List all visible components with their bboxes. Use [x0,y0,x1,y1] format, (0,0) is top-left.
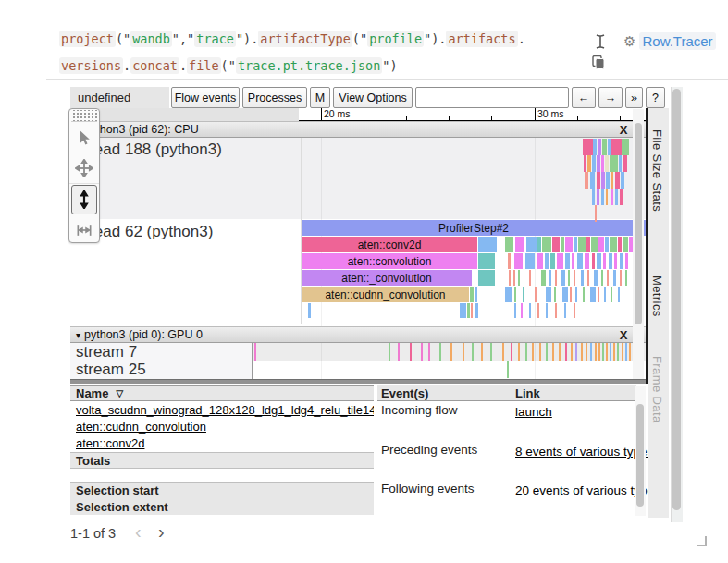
resize-grip[interactable] [697,536,707,546]
trace-event-slice[interactable] [509,270,511,286]
gpu-kernel-slice[interactable] [571,343,573,361]
trace-event-slice[interactable] [575,287,577,302]
trace-event-slice[interactable] [620,253,623,269]
trace-event-slice[interactable] [521,303,523,318]
trace-event-slice[interactable] [622,139,629,155]
trace-event-slice[interactable] [591,237,598,252]
text-cursor-icon[interactable] [594,33,607,54]
trace-event-slice[interactable] [545,253,549,269]
gpu-kernel-slice[interactable] [439,343,441,361]
trace-event-slice[interactable] [460,303,466,318]
trace-event-slice[interactable] [546,303,548,318]
trace-event-slice[interactable] [625,270,627,286]
query-expression-line-2[interactable]: versions.concat.file("trace.pt.trace.jso… [59,57,398,78]
trace-event-slice[interactable] [578,237,586,252]
trace-event-slice[interactable] [592,189,595,205]
gpu-kernel-slice[interactable] [629,343,631,361]
gpu-kernel-slice[interactable] [613,343,615,361]
more-button[interactable]: » [625,87,643,108]
timeline-scrollbar-thumb[interactable] [635,123,642,324]
name-column-header[interactable]: Name ▽ [70,385,374,401]
trace-event-slice[interactable] [308,303,311,318]
find-next-button[interactable]: → [598,87,623,108]
event-flow-link-text[interactable]: launch [515,405,552,419]
gpu-kernel-slice[interactable] [525,343,527,361]
find-previous-button[interactable]: ← [572,87,596,108]
flow-events-button[interactable]: Flow events [171,87,240,108]
trace-event-slice[interactable] [523,287,524,302]
pagination-prev-button[interactable]: ‹ [135,521,142,543]
trace-event-slice[interactable] [471,303,473,318]
trace-event-slice[interactable] [505,237,513,252]
trace-event-slice[interactable] [554,287,556,302]
trace-event-slice[interactable] [581,270,584,286]
trace-event-slice[interactable] [478,270,495,286]
trace-event-slice[interactable] [562,287,568,302]
trace-event-slice[interactable] [537,303,539,318]
trace-event-slice[interactable] [621,172,624,189]
stream-7-track[interactable] [253,343,646,361]
gpu-kernel-slice[interactable] [389,343,390,361]
gear-icon[interactable]: ⚙ [623,33,635,50]
trace-event-slice[interactable] [608,139,611,155]
event-name-link[interactable]: aten::conv2d [76,436,144,450]
gpu-kernel-slice[interactable] [450,343,452,361]
gpu-kernel-slice[interactable] [586,343,587,361]
gpu-kernel-slice[interactable] [502,343,504,361]
collapse-icon[interactable]: ▾ [76,330,80,340]
event-flow-link-text[interactable]: 8 events of various types [515,445,653,459]
event-name-link[interactable]: aten::cudnn_convolution [76,420,206,434]
find-input[interactable] [415,87,569,108]
trace-event-slice[interactable] [561,270,565,286]
trace-event-slice[interactable] [603,253,606,269]
trace-event-slice[interactable] [505,287,512,302]
gpu-kernel-slice[interactable] [590,343,592,361]
trace-event-slice[interactable] [623,237,628,252]
pan-tool-button[interactable] [69,153,99,184]
trace-event-slice[interactable] [514,303,516,318]
trace-event-slice[interactable] [475,287,477,302]
event-flow-link[interactable]: launch [515,403,552,420]
pagination-next-button[interactable]: › [158,521,165,543]
event-name-link[interactable]: volta_scudnn_winograd_128x128_ldg1_ldg4_… [76,403,374,417]
side-tab-file-size-stats[interactable]: File Size Stats [650,129,664,212]
gpu-kernel-slice[interactable] [595,343,597,361]
trace-event-slice[interactable] [526,237,537,252]
trace-event-slice[interactable] [515,237,524,252]
outer-scrollbar-thumb[interactable] [672,89,681,510]
trace-event-slice[interactable] [593,139,597,155]
side-tab-metrics[interactable]: Metrics [650,275,664,317]
trace-event-bar[interactable]: aten::conv2d [302,237,477,252]
trace-event-slice[interactable] [610,237,617,252]
trace-event-slice[interactable] [583,139,593,155]
trace-event-slice[interactable] [597,189,599,205]
gpu-kernel-slice[interactable] [463,343,464,361]
trace-event-slice[interactable] [537,253,543,269]
help-button[interactable]: ? [646,87,665,108]
gpu-kernel-slice[interactable] [598,343,600,361]
trace-event-slice[interactable] [597,172,600,189]
trace-event-slice[interactable] [518,270,520,286]
trace-event-slice[interactable] [555,303,557,318]
trace-event-slice[interactable] [594,270,598,286]
trace-event-slice[interactable] [620,270,622,286]
trace-event-slice[interactable] [611,172,613,189]
trace-event-slice[interactable] [535,287,537,302]
trace-event-slice[interactable] [590,172,595,189]
trace-event-slice[interactable] [607,270,609,286]
trace-event-slice[interactable] [609,253,612,269]
gpu-kernel-slice[interactable] [490,343,492,361]
events-scrollbar-thumb[interactable] [636,404,644,507]
trace-event-bar[interactable]: ProfilerStep#2 [302,220,646,236]
trace-event-slice[interactable] [606,189,608,205]
gpu-kernel-slice[interactable] [507,361,509,378]
side-tab-frame-data[interactable]: Frame Data [650,356,664,423]
trace-event-slice[interactable] [583,287,585,302]
trace-event-slice[interactable] [565,237,573,252]
trace-event-slice[interactable] [611,189,613,205]
gpu-process-header[interactable]: ▾ python3 (pid 0): GPU 0 [70,326,646,343]
trace-event-slice[interactable] [565,253,570,269]
name-table-row[interactable]: aten::conv2d [70,434,374,451]
trace-event-slice[interactable] [508,253,511,269]
gpu-kernel-slice[interactable] [552,343,554,361]
